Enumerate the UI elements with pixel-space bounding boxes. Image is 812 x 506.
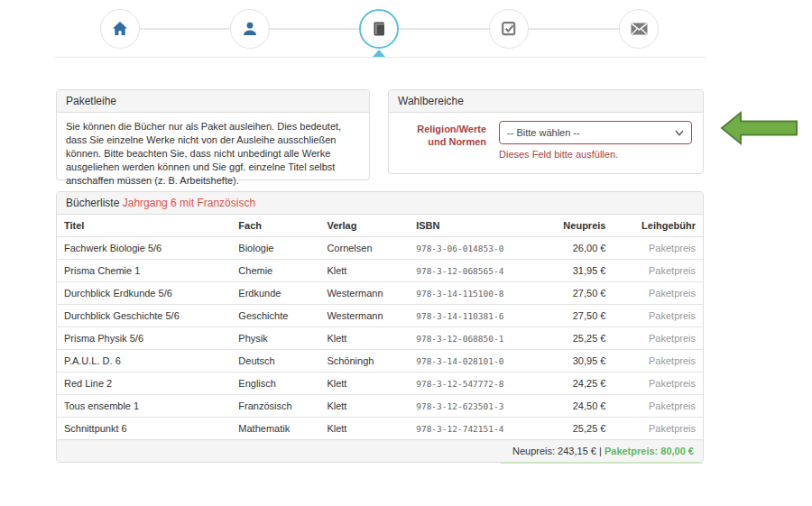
cell-neupreis: 30,95 € [512, 350, 614, 373]
book-icon [371, 21, 387, 37]
envelope-icon [631, 23, 648, 35]
total-neupreis: Neupreis: 243,15 € [512, 446, 596, 456]
table-row: Tous ensemble 1 Französisch Klett 978-3-… [57, 395, 703, 418]
step-user[interactable] [230, 9, 270, 49]
cell-leihgebuehr: Paketpreis [613, 395, 703, 418]
cell-isbn: 978-3-06-014853-0 [409, 237, 512, 260]
cell-isbn: 978-3-12-742151-4 [409, 418, 512, 440]
table-header-row: Titel Fach Verlag ISBN Neupreis Leihgebü… [57, 215, 703, 237]
buecherliste-subtitle: Jahrgang 6 mit Französisch [123, 197, 255, 209]
cell-fach: Deutsch [231, 350, 319, 373]
chevron-down-icon [675, 127, 684, 138]
cell-neupreis: 27,50 € [512, 282, 614, 305]
cell-fach: Biologie [231, 237, 319, 260]
col-isbn: ISBN [409, 215, 512, 237]
religion-select-value: -- Bitte wählen -- [507, 127, 580, 138]
cell-neupreis: 27,50 € [512, 305, 614, 327]
cell-isbn: 978-3-12-623501-3 [409, 395, 512, 418]
cell-verlag: Westermann [319, 305, 409, 327]
cell-verlag: Cornelsen [319, 237, 409, 260]
step-confirm[interactable] [489, 9, 529, 49]
cell-leihgebuehr: Paketpreis [613, 418, 703, 440]
totals-separator: | [599, 446, 602, 456]
cell-fach: Mathematik [231, 418, 319, 440]
below-fold-green-line [501, 462, 702, 464]
buecherliste-title: Bücherliste [66, 197, 119, 209]
cell-neupreis: 25,25 € [512, 327, 614, 350]
check-square-icon [501, 21, 517, 37]
cell-titel: Fachwerk Biologie 5/6 [57, 237, 231, 260]
cell-neupreis: 25,25 € [512, 418, 614, 440]
step-mail[interactable] [619, 9, 659, 49]
panel-paketleihe: Paketleihe Sie können die Bücher nur als… [56, 89, 370, 180]
cell-neupreis: 31,95 € [512, 260, 614, 282]
cell-verlag: Klett [319, 327, 409, 350]
cell-leihgebuehr: Paketpreis [613, 327, 703, 350]
cell-leihgebuehr: Paketpreis [613, 237, 703, 260]
cell-leihgebuehr: Paketpreis [613, 305, 703, 327]
active-step-caret [373, 50, 385, 57]
cell-titel: Prisma Physik 5/6 [57, 327, 231, 350]
cell-leihgebuehr: Paketpreis [613, 282, 703, 305]
page: Paketleihe Sie können die Bücher nur als… [0, 0, 812, 506]
step-home[interactable] [100, 9, 140, 49]
book-table: Titel Fach Verlag ISBN Neupreis Leihgebü… [57, 215, 703, 439]
cell-leihgebuehr: Paketpreis [613, 350, 703, 373]
cell-titel: Durchblick Erdkunde 5/6 [57, 282, 231, 305]
cell-titel: Durchblick Geschichte 5/6 [57, 305, 231, 327]
table-row: Red Line 2 Englisch Klett 978-3-12-54777… [57, 373, 703, 395]
cell-verlag: Klett [319, 395, 409, 418]
cell-titel: P.A.U.L. D. 6 [57, 350, 231, 373]
cell-isbn: 978-3-12-547772-8 [409, 373, 512, 395]
cell-titel: Tous ensemble 1 [57, 395, 231, 418]
cell-verlag: Westermann [319, 282, 409, 305]
cell-verlag: Klett [319, 418, 409, 440]
table-row: Durchblick Erdkunde 5/6 Erdkunde Westerm… [57, 282, 703, 305]
user-icon [242, 21, 258, 37]
religion-field-label: Religion/Werte und Normen [400, 121, 486, 148]
cell-verlag: Klett [319, 260, 409, 282]
cell-isbn: 978-3-14-115100-8 [409, 282, 512, 305]
cell-leihgebuehr: Paketpreis [613, 373, 703, 395]
buecherliste-heading: Bücherliste Jahrgang 6 mit Französisch [57, 192, 703, 215]
cell-titel: Prisma Chemie 1 [57, 260, 231, 282]
left-arrow-annotation [720, 111, 798, 149]
cell-fach: Englisch [231, 373, 319, 395]
table-row: Schnittpunkt 6 Mathematik Klett 978-3-12… [57, 418, 703, 440]
col-neupreis: Neupreis [512, 215, 614, 237]
col-fach: Fach [231, 215, 319, 237]
paketleihe-title: Paketleihe [57, 90, 369, 113]
col-leihgebuehr: Leihgebühr [613, 215, 703, 237]
religion-select[interactable]: -- Bitte wählen -- [499, 121, 692, 144]
cell-verlag: Klett [319, 373, 409, 395]
table-row: Durchblick Geschichte 5/6 Geschichte Wes… [57, 305, 703, 327]
panel-wahlbereiche: Wahlbereiche Religion/Werte und Normen -… [388, 89, 704, 174]
cell-isbn: 978-3-14-028101-0 [409, 350, 512, 373]
cell-fach: Französisch [231, 395, 319, 418]
step-books[interactable] [359, 9, 399, 49]
home-icon [112, 21, 128, 37]
wahlbereiche-title: Wahlbereiche [389, 90, 703, 113]
cell-isbn: 978-3-14-110381-6 [409, 305, 512, 327]
validation-message: Dieses Feld bitte ausfüllen. [499, 149, 692, 160]
stepper-divider [54, 57, 706, 58]
cell-titel: Schnittpunkt 6 [57, 418, 231, 440]
cell-neupreis: 24,50 € [512, 395, 614, 418]
cell-titel: Red Line 2 [57, 373, 231, 395]
cell-leihgebuehr: Paketpreis [613, 260, 703, 282]
cell-isbn: 978-3-12-068565-4 [409, 260, 512, 282]
table-row: Prisma Physik 5/6 Physik Klett 978-3-12-… [57, 327, 703, 350]
cell-fach: Chemie [231, 260, 319, 282]
cell-verlag: Schöningh [319, 350, 409, 373]
totals-bar: Neupreis: 243,15 € | Paketpreis: 80,00 € [57, 439, 703, 462]
cell-fach: Erdkunde [231, 282, 319, 305]
cell-neupreis: 26,00 € [512, 237, 614, 260]
cell-fach: Geschichte [231, 305, 319, 327]
cell-neupreis: 24,25 € [512, 373, 614, 395]
col-verlag: Verlag [319, 215, 409, 237]
cell-isbn: 978-3-12-068850-1 [409, 327, 512, 350]
paketleihe-text: Sie können die Bücher nur als Paket ausl… [57, 113, 369, 195]
col-titel: Titel [57, 215, 231, 237]
table-row: P.A.U.L. D. 6 Deutsch Schöningh 978-3-14… [57, 350, 703, 373]
table-row: Prisma Chemie 1 Chemie Klett 978-3-12-06… [57, 260, 703, 282]
